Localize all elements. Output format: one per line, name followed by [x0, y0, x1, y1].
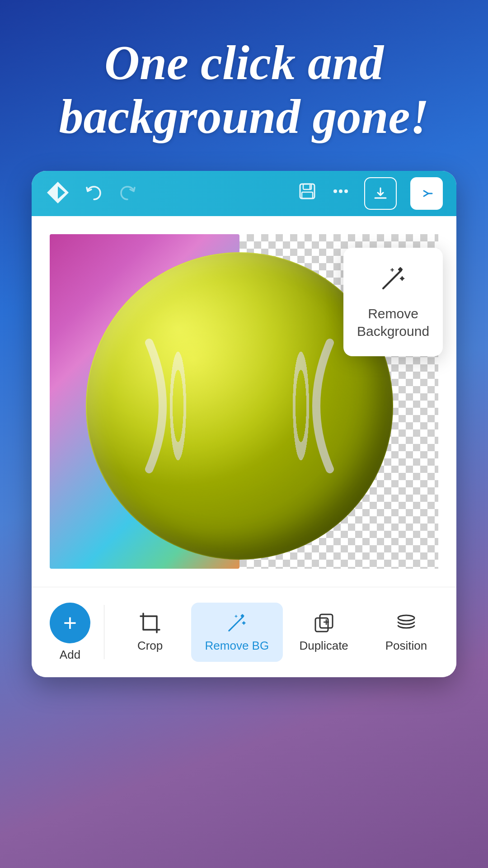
toolbar-divider: [104, 605, 104, 659]
remove-bg-popup: Remove Background: [343, 248, 443, 356]
remove-bg-label: Remove BG: [205, 639, 269, 653]
app-logo: [45, 180, 70, 207]
image-composition: Remove Background: [50, 234, 438, 569]
hero-section: One click and background gone!: [0, 0, 488, 171]
svg-rect-22: [240, 614, 244, 618]
app-toolbar: [32, 171, 456, 216]
svg-point-6: [333, 189, 337, 193]
remove-bg-label: Remove Background: [357, 305, 429, 340]
position-button[interactable]: Position: [365, 603, 447, 662]
canvas-area: Remove Background: [32, 216, 456, 587]
crop-button[interactable]: Crop: [109, 603, 191, 662]
duplicate-icon: [313, 612, 335, 634]
magic-wand-icon: [379, 264, 408, 297]
svg-rect-4: [302, 192, 313, 198]
svg-point-33: [398, 615, 414, 621]
more-button[interactable]: [331, 181, 351, 206]
bottom-toolbar: + Add Crop Remove: [32, 587, 456, 677]
crop-label: Crop: [137, 639, 163, 653]
svg-rect-13: [398, 267, 403, 272]
share-button[interactable]: [410, 177, 443, 210]
redo-button[interactable]: [117, 181, 137, 206]
add-label: Add: [60, 648, 80, 662]
download-button[interactable]: [364, 177, 397, 210]
position-label: Position: [385, 639, 427, 653]
hero-title: One click and background gone!: [36, 36, 452, 144]
duplicate-button[interactable]: Duplicate: [283, 603, 365, 662]
duplicate-label: Duplicate: [299, 639, 348, 653]
app-window: Remove Background + Add Crop: [32, 171, 456, 677]
remove-bg-icon: [225, 612, 248, 634]
svg-point-8: [344, 189, 348, 193]
svg-point-7: [339, 189, 343, 193]
svg-line-11: [383, 275, 397, 288]
undo-button[interactable]: [84, 181, 104, 206]
save-button[interactable]: [297, 181, 317, 206]
svg-line-20: [229, 620, 239, 630]
add-button[interactable]: +: [50, 603, 90, 643]
remove-bg-button[interactable]: Remove BG: [191, 603, 282, 662]
position-icon: [395, 612, 418, 634]
crop-icon: [139, 612, 161, 634]
